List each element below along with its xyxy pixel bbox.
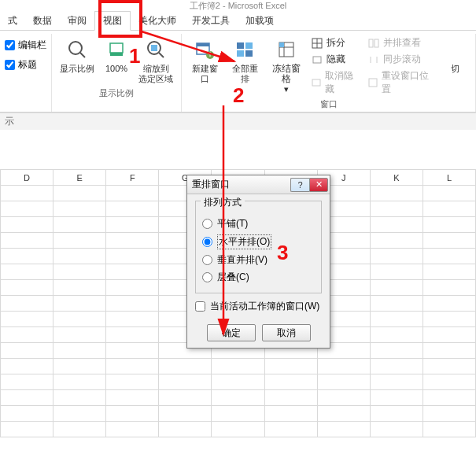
col-header[interactable]: L [422,170,475,186]
unhide-label: 取消隐藏 [325,69,358,96]
svg-text:+: + [208,49,213,60]
col-header[interactable]: F [106,170,159,186]
checkbox-active-workbook[interactable]: 当前活动工作簿的窗口(W) [195,300,322,313]
zoom-button[interactable]: 显示比例 [57,35,98,76]
side-by-side-icon [367,37,380,50]
svg-rect-11 [237,42,244,49]
freeze-panes-button[interactable]: 冻结窗格▾ [267,35,306,96]
arrange-all-button[interactable]: 全部重排 [227,35,264,86]
tab-formula[interactable]: 式 [0,12,25,30]
hide-icon [311,53,323,66]
svg-rect-13 [237,50,244,57]
table-row [1,406,476,422]
radio-horizontal-label: 水平并排(O) [217,234,271,249]
freeze-panes-icon [274,37,299,62]
svg-rect-18 [279,42,284,47]
zoom-group-label: 显示比例 [99,87,134,99]
zoom-100-icon [104,37,129,62]
svg-rect-24 [369,39,373,47]
active-workbook-label: 当前活动工作簿的窗口(W) [210,300,319,313]
radio-tiled[interactable]: 平铺(T) [202,217,315,231]
radio-vertical[interactable]: 垂直并排(V) [202,253,315,267]
headings-label: 标题 [18,58,37,72]
svg-point-0 [69,42,82,54]
table-row [1,422,476,437]
reset-position-label: 重设窗口位置 [382,69,431,96]
annotation-number-3: 3 [277,241,288,265]
col-header[interactable]: E [54,170,106,186]
svg-line-6 [159,53,164,57]
svg-rect-25 [375,39,378,47]
svg-rect-3 [110,53,123,56]
zoom-to-selection-button[interactable]: 缩放到 选定区域 [135,35,176,86]
hide-button[interactable]: 隐藏 [309,52,360,67]
radio-horizontal[interactable]: 水平并排(O) [202,234,315,249]
arrange-all-label: 全部重排 [230,64,260,84]
ok-button[interactable]: 确定 [207,324,256,341]
switch-windows-label: 切 [451,64,459,74]
status-bar: 示 [0,112,476,130]
tab-addins[interactable]: 加载项 [238,12,282,30]
checkbox-headings[interactable]: 标题 [5,58,37,72]
switch-windows-icon [442,37,467,62]
svg-rect-22 [313,57,321,63]
arrange-windows-dialog: 重排窗口 ? ✕ 排列方式 平铺(T) 水平并排(O) 垂直并排(V) 层叠(C… [186,175,330,349]
annotation-number-1: 1 [129,44,140,68]
radio-tiled-label: 平铺(T) [217,217,248,231]
dialog-titlebar[interactable]: 重排窗口 ? ✕ [187,175,330,194]
new-window-button[interactable]: + 新建窗口 [186,35,223,86]
dialog-close-button[interactable]: ✕ [309,178,328,192]
split-icon [311,37,323,50]
sync-scroll-button[interactable]: 同步滚动 [366,52,433,67]
ribbon-tabs: 式 数据 审阅 视图 美化大师 开发工具 加载项 [0,13,476,31]
reset-position-icon [367,76,378,89]
radio-cascade[interactable]: 层叠(C) [202,271,315,284]
zoom-selection-icon [143,37,168,62]
table-row [1,390,476,406]
zoom-100-label: 100% [105,64,127,74]
cancel-button[interactable]: 取消 [262,324,311,341]
split-button[interactable]: 拆分 [309,35,360,50]
unhide-icon [311,76,322,89]
svg-rect-2 [110,43,123,53]
svg-rect-14 [245,50,253,57]
tab-data[interactable]: 数据 [25,12,60,30]
radio-vertical-label: 垂直并排(V) [217,253,268,267]
split-label: 拆分 [327,36,345,50]
freeze-panes-label: 冻结窗格▾ [270,64,303,94]
arrange-all-icon [232,37,257,62]
formula-bar-label: 编辑栏 [18,39,46,52]
window-group-label: 窗口 [320,98,338,110]
tab-dev[interactable]: 开发工具 [184,12,238,30]
svg-rect-26 [369,79,377,87]
zoom-label: 显示比例 [60,64,94,74]
sync-scroll-label: 同步滚动 [383,53,421,66]
svg-rect-23 [312,79,320,86]
dialog-title-text: 重排窗口 [192,178,230,191]
svg-rect-8 [197,43,209,46]
side-by-side-label: 并排查看 [383,36,421,50]
table-row [1,359,476,374]
sync-scroll-icon [367,53,380,66]
annotation-box-1 [98,0,142,38]
reset-position-button[interactable]: 重设窗口位置 [366,68,433,97]
tab-review[interactable]: 审阅 [60,12,94,30]
unhide-button[interactable]: 取消隐藏 [309,68,360,97]
zoom-100-button[interactable]: 100% [101,35,132,76]
zoom-selection-label: 缩放到 选定区域 [138,64,173,84]
svg-rect-12 [245,42,253,49]
col-header[interactable]: K [370,170,422,186]
new-window-label: 新建窗口 [190,64,220,84]
table-row [1,374,476,390]
fieldset-legend: 排列方式 [201,196,245,209]
col-header[interactable]: D [1,170,54,186]
dialog-help-button[interactable]: ? [290,178,309,192]
magnifier-icon [65,37,90,62]
side-by-side-button[interactable]: 并排查看 [366,35,433,50]
annotation-number-2: 2 [233,83,244,108]
checkbox-formula-bar[interactable]: 编辑栏 [5,39,46,52]
svg-line-1 [80,53,85,57]
switch-windows-button[interactable]: 切 [439,35,470,76]
new-window-icon: + [192,37,217,62]
radio-cascade-label: 层叠(C) [217,271,249,284]
